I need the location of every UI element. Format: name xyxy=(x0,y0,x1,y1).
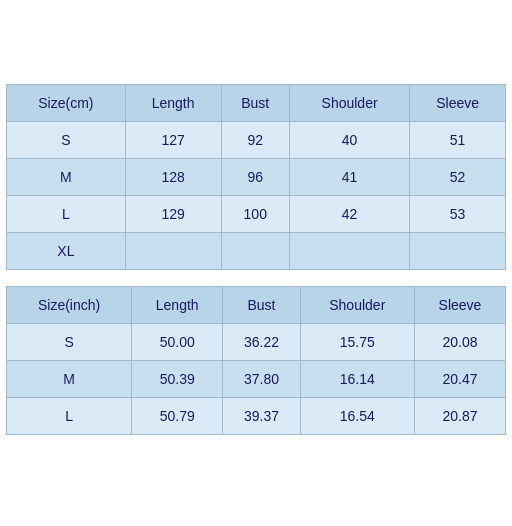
tables-container: Size(cm) Length Bust Shoulder Sleeve S12… xyxy=(6,84,506,443)
cm-cell-1-1: 128 xyxy=(125,158,221,195)
cm-cell-0-2: 92 xyxy=(221,121,289,158)
cm-row-0: S127924051 xyxy=(7,121,506,158)
inch-cell-2-3: 16.54 xyxy=(300,397,414,434)
cm-row-1: M128964152 xyxy=(7,158,506,195)
inch-row-2: L50.7939.3716.5420.87 xyxy=(7,397,506,434)
inch-col-bust: Bust xyxy=(223,286,300,323)
cm-cell-0-1: 127 xyxy=(125,121,221,158)
cm-col-length: Length xyxy=(125,84,221,121)
inch-cell-0-3: 15.75 xyxy=(300,323,414,360)
cm-row-3: XL xyxy=(7,232,506,269)
cm-cell-3-4 xyxy=(410,232,506,269)
inch-cell-1-2: 37.80 xyxy=(223,360,300,397)
inch-cell-1-0: M xyxy=(7,360,132,397)
cm-col-size: Size(cm) xyxy=(7,84,126,121)
cm-cell-1-2: 96 xyxy=(221,158,289,195)
inch-col-length: Length xyxy=(132,286,223,323)
inch-cell-2-4: 20.87 xyxy=(414,397,505,434)
cm-col-sleeve: Sleeve xyxy=(410,84,506,121)
inch-cell-1-4: 20.47 xyxy=(414,360,505,397)
size-table-cm: Size(cm) Length Bust Shoulder Sleeve S12… xyxy=(6,84,506,270)
cm-cell-2-3: 42 xyxy=(289,195,409,232)
inch-row-0: S50.0036.2215.7520.08 xyxy=(7,323,506,360)
cm-cell-2-2: 100 xyxy=(221,195,289,232)
inch-cell-1-3: 16.14 xyxy=(300,360,414,397)
cm-cell-2-4: 53 xyxy=(410,195,506,232)
inch-cell-0-0: S xyxy=(7,323,132,360)
cm-cell-2-1: 129 xyxy=(125,195,221,232)
cm-cell-0-4: 51 xyxy=(410,121,506,158)
table-spacer xyxy=(6,278,506,286)
cm-cell-0-0: S xyxy=(7,121,126,158)
size-table-inch: Size(inch) Length Bust Shoulder Sleeve S… xyxy=(6,286,506,435)
cm-cell-3-2 xyxy=(221,232,289,269)
inch-row-1: M50.3937.8016.1420.47 xyxy=(7,360,506,397)
cm-cell-1-4: 52 xyxy=(410,158,506,195)
cm-cell-1-0: M xyxy=(7,158,126,195)
inch-col-size: Size(inch) xyxy=(7,286,132,323)
cm-row-2: L1291004253 xyxy=(7,195,506,232)
cm-cell-3-0: XL xyxy=(7,232,126,269)
cm-cell-3-1 xyxy=(125,232,221,269)
cm-cell-1-3: 41 xyxy=(289,158,409,195)
cm-cell-0-3: 40 xyxy=(289,121,409,158)
inch-col-shoulder: Shoulder xyxy=(300,286,414,323)
inch-cell-2-0: L xyxy=(7,397,132,434)
inch-cell-0-1: 50.00 xyxy=(132,323,223,360)
inch-cell-2-2: 39.37 xyxy=(223,397,300,434)
cm-cell-3-3 xyxy=(289,232,409,269)
inch-cell-0-4: 20.08 xyxy=(414,323,505,360)
cm-header-row: Size(cm) Length Bust Shoulder Sleeve xyxy=(7,84,506,121)
cm-col-shoulder: Shoulder xyxy=(289,84,409,121)
cm-col-bust: Bust xyxy=(221,84,289,121)
inch-cell-1-1: 50.39 xyxy=(132,360,223,397)
inch-cell-2-1: 50.79 xyxy=(132,397,223,434)
inch-header-row: Size(inch) Length Bust Shoulder Sleeve xyxy=(7,286,506,323)
cm-cell-2-0: L xyxy=(7,195,126,232)
inch-cell-0-2: 36.22 xyxy=(223,323,300,360)
inch-col-sleeve: Sleeve xyxy=(414,286,505,323)
